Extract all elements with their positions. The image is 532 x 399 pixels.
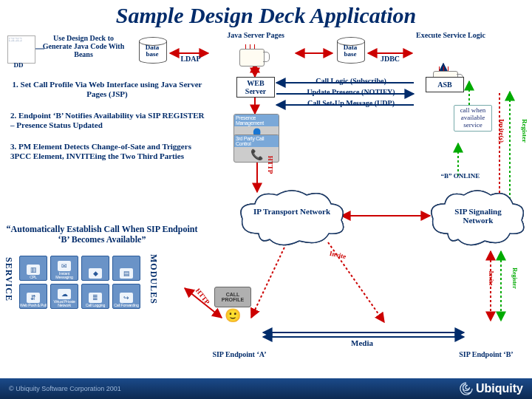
svc-cpl: ▥CPL — [19, 256, 47, 281]
jdbc-label: JDBC — [374, 55, 406, 63]
step-3: 3. PM Element Detects Change-of-Sate and… — [10, 142, 210, 160]
media-label: Media — [340, 338, 384, 347]
dd-label: DD — [7, 62, 30, 69]
svc-blank1: ◆ — [81, 256, 109, 281]
call-setup-label: Call Set-Up Message (UDP) — [293, 99, 409, 107]
sip-endpoint-a-label: SIP Endpoint ‘A’ — [208, 350, 270, 358]
svc-im: ✉Instant Messaging — [50, 256, 78, 281]
svg-line-18 — [251, 239, 288, 318]
swirl-icon — [460, 382, 473, 395]
call-when-available-note: call when available service — [454, 105, 492, 132]
sip-endpoint-b-label: SIP Endpoint ‘B’ — [455, 350, 517, 358]
svc-vpn: ☁Virtual Private Network — [50, 284, 78, 309]
design-deck-icon: ⬚⬚⬚ — [7, 35, 35, 64]
slide-title: Sample Design Deck Application — [0, 0, 532, 30]
invite-s-label: Invite(s) — [498, 119, 505, 143]
diagram-stage: ⬚⬚⬚ DD Use Design Deck to Generate Java … — [0, 31, 532, 378]
step-2: 2. Endpoint ‘B’ Notifies Availability vi… — [10, 111, 210, 129]
database-1: Data base — [139, 37, 166, 66]
svc-blank2: ▤ — [112, 256, 140, 281]
ip-transport-cloud — [236, 189, 347, 248]
user-icon: 🙂 — [225, 307, 241, 324]
svc-call-fwd: ↪Call Forwarding — [112, 284, 140, 309]
step-1: 1. Set Call Profile Via Web Interface us… — [10, 80, 204, 98]
ldap-label: LDAP — [174, 55, 207, 63]
b-online-label: “B” ONLINE — [440, 173, 481, 180]
copyright: © Ubiquity Software Corporation 2001 — [9, 385, 121, 392]
footer-bar: © Ubiquity Software Corporation 2001 Ubi… — [0, 378, 532, 399]
http-label-1: HTTP — [267, 156, 274, 174]
dd-description: Use Design Deck to Generate Java Code Wi… — [40, 34, 127, 58]
register-label-2: Register — [511, 267, 518, 288]
register-label-1: Register — [521, 119, 528, 143]
execute-service-logic: Execute Service Logic — [414, 31, 488, 39]
database-2: Data base — [337, 37, 364, 66]
web-server-box: WEB Server — [236, 77, 275, 98]
svc-call-log: ≣Call Logging — [81, 284, 109, 309]
ip-transport-label: IP Transport Network — [251, 207, 332, 216]
asb-box: ASB — [426, 77, 464, 92]
update-presence-label: Update Presence (NOTIFY) — [293, 88, 409, 96]
call-logic-label: Call Logic (Subscribe) — [293, 77, 409, 85]
sip-signaling-label: SIP Signaling Network — [439, 207, 517, 225]
call-profile-badge: CALL PROFILE — [214, 287, 251, 307]
modules-vertical-label: MODULES — [148, 254, 159, 304]
svc-web-push: ⇵Web Push & Pull — [19, 284, 47, 309]
brand-logo: Ubiquity — [460, 382, 523, 395]
jsp-cup-icon — [239, 49, 269, 71]
service-module-grid: ▥CPL ✉Instant Messaging ◆ ▤ ⇵Web Push & … — [19, 256, 140, 309]
service-vertical-label: SERVICE — [3, 257, 14, 301]
invite-label-2: Invite — [488, 271, 494, 286]
quote-text: “Automatically Establish Call When SIP E… — [6, 225, 198, 245]
brand-name: Ubiquity — [476, 382, 523, 395]
jsp-label: Java Server Pages — [220, 31, 291, 39]
